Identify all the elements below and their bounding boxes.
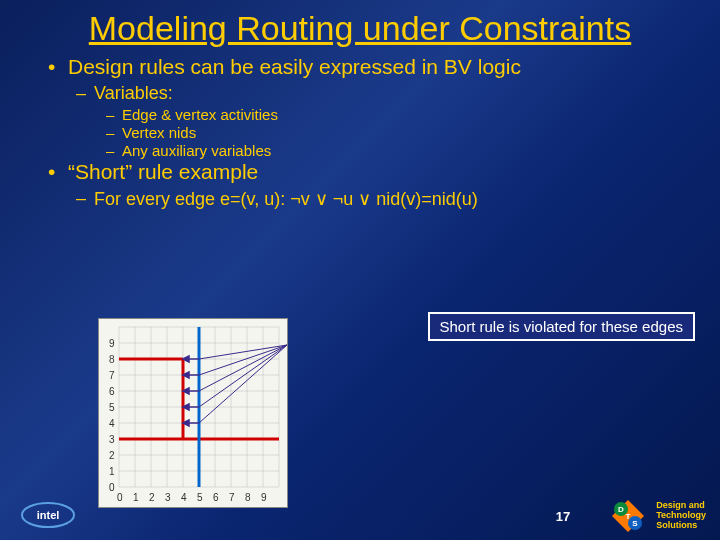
slide-footer: 17 D T S Design and Technology Solutions: [556, 498, 706, 534]
violation-callout: Short rule is violated for these edges: [428, 312, 695, 341]
svg-text:7: 7: [229, 492, 235, 503]
svg-text:3: 3: [109, 434, 115, 445]
svg-text:4: 4: [181, 492, 187, 503]
svg-text:5: 5: [197, 492, 203, 503]
routing-grid-diagram: 012 345 678 9 012 345 678 9: [98, 318, 288, 508]
svg-text:S: S: [632, 519, 638, 528]
svg-text:intel: intel: [37, 509, 60, 521]
svg-text:8: 8: [245, 492, 251, 503]
slide-content: Design rules can be easily expressed in …: [0, 47, 720, 210]
bullet-short-rule-formula: For every edge e=(v, u): ¬v ∨ ¬u ∨ nid(v…: [76, 188, 690, 210]
bullet-edge-vertex: Edge & vertex activities: [106, 106, 690, 123]
svg-text:7: 7: [109, 370, 115, 381]
svg-text:1: 1: [133, 492, 139, 503]
svg-line-36: [199, 345, 287, 407]
bullet-variables: Variables:: [76, 83, 690, 104]
svg-text:5: 5: [109, 402, 115, 413]
svg-text:D: D: [618, 505, 624, 514]
intel-logo: intel: [20, 500, 80, 530]
slide-title: Modeling Routing under Constraints: [0, 0, 720, 47]
bullet-design-rules: Design rules can be easily expressed in …: [48, 55, 690, 79]
dts-line3: Solutions: [656, 521, 706, 531]
svg-text:1: 1: [109, 466, 115, 477]
svg-text:8: 8: [109, 354, 115, 365]
dts-logo: D T S: [610, 498, 646, 534]
violation-arrows: [183, 356, 199, 426]
svg-text:0: 0: [109, 482, 115, 493]
svg-text:T: T: [626, 512, 631, 521]
svg-text:2: 2: [149, 492, 155, 503]
svg-text:2: 2: [109, 450, 115, 461]
svg-text:3: 3: [165, 492, 171, 503]
svg-text:0: 0: [117, 492, 123, 503]
page-number: 17: [556, 509, 570, 524]
bullet-aux-vars: Any auxiliary variables: [106, 142, 690, 159]
svg-line-38: [199, 345, 287, 375]
svg-text:6: 6: [109, 386, 115, 397]
bullet-vertex-nids: Vertex nids: [106, 124, 690, 141]
bullet-short-rule: “Short” rule example: [48, 160, 690, 184]
svg-text:4: 4: [109, 418, 115, 429]
callout-leaders: [199, 345, 287, 423]
svg-text:6: 6: [213, 492, 219, 503]
dts-text: Design and Technology Solutions: [656, 501, 706, 531]
svg-text:9: 9: [109, 338, 115, 349]
svg-text:9: 9: [261, 492, 267, 503]
grid-svg: 012 345 678 9 012 345 678 9: [99, 319, 289, 509]
